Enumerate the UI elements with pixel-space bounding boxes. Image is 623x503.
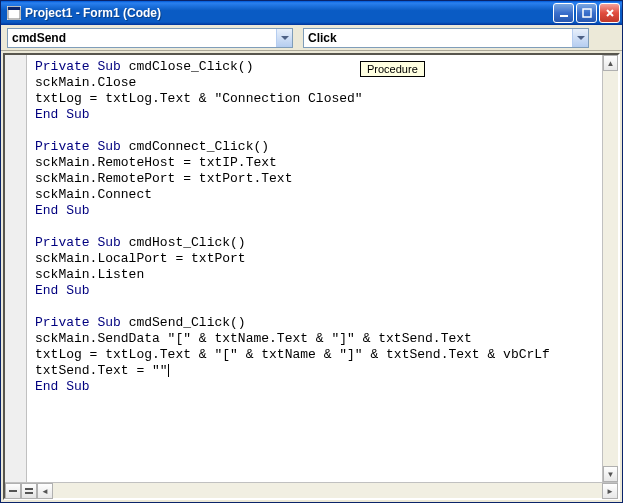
window-title: Project1 - Form1 (Code) <box>25 6 553 20</box>
object-combo[interactable]: cmdSend <box>7 28 293 48</box>
svg-rect-2 <box>560 15 568 17</box>
titlebar[interactable]: Project1 - Form1 (Code) <box>1 1 622 25</box>
form-icon <box>7 6 21 20</box>
code-toolbar: cmdSend Click <box>1 25 622 51</box>
svg-rect-5 <box>25 488 33 490</box>
procedure-tooltip: Procedure <box>360 61 425 77</box>
code-area: Private Sub cmdClose_Click() sckMain.Clo… <box>5 55 618 482</box>
client-area: Private Sub cmdClose_Click() sckMain.Clo… <box>3 53 620 500</box>
scroll-track[interactable] <box>603 71 618 466</box>
maximize-button[interactable] <box>576 3 597 23</box>
margin-indicator-bar[interactable] <box>5 55 27 482</box>
svg-rect-3 <box>583 9 591 17</box>
code-window: Project1 - Form1 (Code) cmdSend Click Pr… <box>0 0 623 503</box>
window-buttons <box>553 3 620 23</box>
minimize-button[interactable] <box>553 3 574 23</box>
procedure-view-button[interactable] <box>5 483 21 499</box>
scroll-down-icon[interactable]: ▼ <box>603 466 618 482</box>
svg-rect-1 <box>8 7 20 10</box>
horizontal-scrollbar: ◄ ► <box>5 482 618 498</box>
procedure-combo-value: Click <box>304 31 572 45</box>
scroll-track[interactable] <box>53 483 602 498</box>
code-editor[interactable]: Private Sub cmdClose_Click() sckMain.Clo… <box>27 55 602 482</box>
scroll-left-icon[interactable]: ◄ <box>37 483 53 499</box>
scroll-up-icon[interactable]: ▲ <box>603 55 618 71</box>
procedure-combo[interactable]: Click <box>303 28 589 48</box>
chevron-down-icon[interactable] <box>572 29 588 47</box>
full-module-view-button[interactable] <box>21 483 37 499</box>
vertical-scrollbar[interactable]: ▲ ▼ <box>602 55 618 482</box>
svg-rect-4 <box>9 490 17 492</box>
chevron-down-icon[interactable] <box>276 29 292 47</box>
object-combo-value: cmdSend <box>8 31 276 45</box>
svg-rect-6 <box>25 492 33 494</box>
scroll-right-icon[interactable]: ► <box>602 483 618 499</box>
close-button[interactable] <box>599 3 620 23</box>
